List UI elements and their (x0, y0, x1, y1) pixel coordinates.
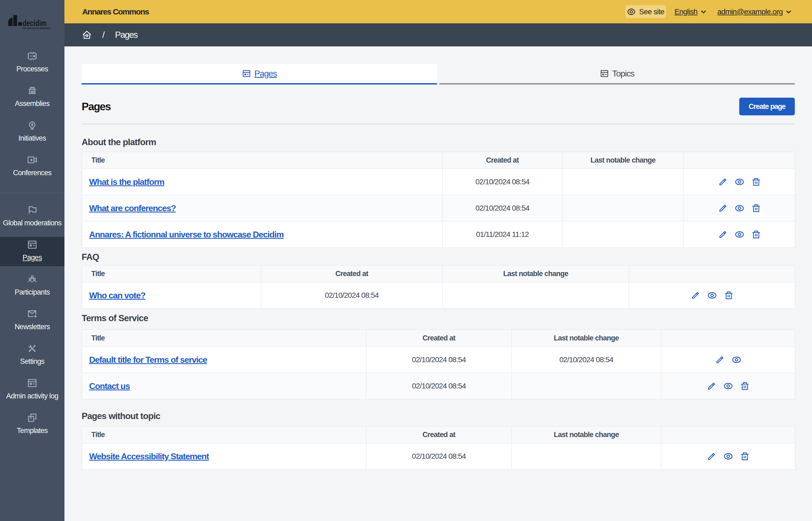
svg-text:free open-source democracy: free open-source democracy (23, 27, 50, 29)
